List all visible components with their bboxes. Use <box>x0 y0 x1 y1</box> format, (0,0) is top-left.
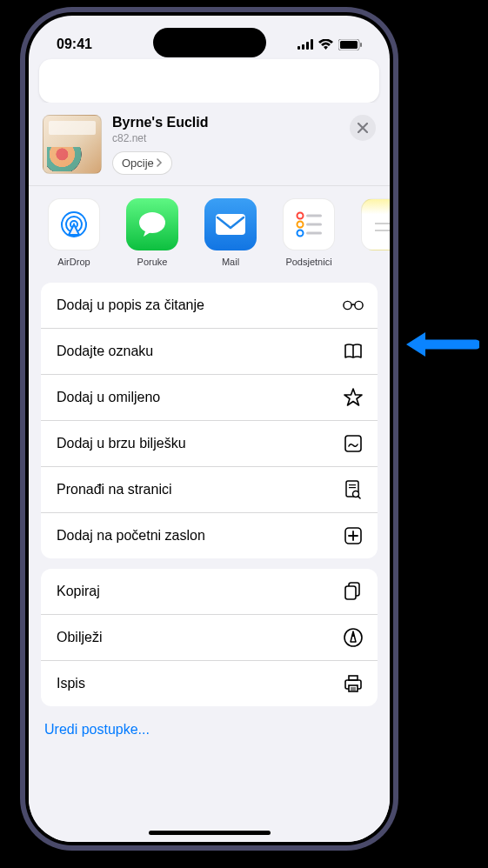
action-markup[interactable]: Obilježi <box>41 615 378 661</box>
action-label: Dodaj u brzu bilješku <box>57 436 186 451</box>
phone-bezel: 09:41 Byrne <box>25 12 393 845</box>
share-app-reminders[interactable]: Podsjetnici <box>279 198 338 267</box>
svg-point-14 <box>297 230 304 237</box>
copy-icon <box>343 581 364 602</box>
options-label: Opcije <box>122 157 154 170</box>
markup-icon <box>343 627 364 648</box>
close-button[interactable] <box>350 115 376 141</box>
svg-point-10 <box>139 212 165 233</box>
svg-rect-25 <box>349 487 356 488</box>
annotation-arrow <box>403 330 479 359</box>
notes-icon <box>361 198 390 250</box>
action-add-home-screen[interactable]: Dodaj na početni zaslon <box>41 513 378 558</box>
action-find-on-page[interactable]: Pronađi na stranici <box>41 467 378 513</box>
share-app-mail[interactable]: Mail <box>201 198 260 267</box>
actions-scroll[interactable]: Dodaj u popis za čitanje Dodajte oznaku <box>29 279 390 842</box>
share-sheet: Byrne's Euclid c82.net Opcije <box>29 103 390 842</box>
app-label: Poruke <box>137 257 168 267</box>
svg-rect-18 <box>375 223 390 224</box>
svg-rect-11 <box>216 214 245 235</box>
battery-icon <box>338 39 362 50</box>
action-copy[interactable]: Kopiraj <box>41 569 378 615</box>
book-icon <box>343 341 364 362</box>
action-add-reading-list[interactable]: Dodaj u popis za čitanje <box>41 283 378 329</box>
svg-line-27 <box>358 497 361 499</box>
quicknote-icon <box>343 433 364 454</box>
action-add-quick-note[interactable]: Dodaj u brzu bilješku <box>41 421 378 467</box>
find-icon <box>343 479 364 500</box>
page-thumbnail <box>43 115 102 174</box>
action-add-favorite[interactable]: Dodaj u omiljeno <box>41 375 378 421</box>
edit-actions-link[interactable]: Uredi postupke... <box>29 717 390 755</box>
svg-rect-15 <box>306 215 322 217</box>
action-label: Dodaj u popis za čitanje <box>57 297 204 313</box>
print-icon <box>343 673 364 694</box>
share-apps-row[interactable]: AirDrop Poruke Mail <box>29 186 390 279</box>
page-domain: c82.net <box>112 132 339 144</box>
share-app-notes[interactable] <box>358 198 390 267</box>
svg-rect-16 <box>306 224 322 226</box>
addhome-icon <box>343 525 364 546</box>
action-label: Dodaj na početni zaslon <box>57 528 205 544</box>
action-label: Kopiraj <box>57 584 100 599</box>
action-label: Dodajte oznaku <box>57 344 153 359</box>
options-button[interactable]: Opcije <box>112 151 172 175</box>
svg-point-13 <box>297 222 304 228</box>
svg-point-20 <box>344 301 351 309</box>
mail-icon <box>204 198 257 250</box>
svg-rect-2 <box>306 42 309 50</box>
svg-rect-32 <box>345 586 356 599</box>
action-add-bookmark[interactable]: Dodajte oznaku <box>41 329 378 375</box>
cellular-signal-icon <box>297 39 313 50</box>
airdrop-icon <box>48 198 100 250</box>
action-print[interactable]: Ispis <box>41 661 378 706</box>
app-label: Mail <box>222 257 239 267</box>
chevron-right-icon <box>156 157 163 170</box>
app-label: Podsjetnici <box>285 257 331 267</box>
share-app-airdrop[interactable]: AirDrop <box>44 198 104 267</box>
svg-point-12 <box>297 213 304 219</box>
messages-icon <box>126 198 178 250</box>
action-label: Pronađi na stranici <box>57 482 172 497</box>
phone-frame: 09:41 Byrne <box>20 7 398 851</box>
svg-point-21 <box>355 301 363 309</box>
app-label: AirDrop <box>57 257 90 267</box>
svg-rect-6 <box>360 43 362 47</box>
background-tab <box>39 59 379 103</box>
svg-rect-1 <box>302 44 304 50</box>
svg-rect-19 <box>375 230 390 231</box>
header-text: Byrne's Euclid c82.net Opcije <box>112 115 339 175</box>
action-label: Ispis <box>57 676 85 691</box>
screen: 09:41 Byrne <box>29 16 390 842</box>
star-icon <box>343 387 364 408</box>
reminders-icon <box>283 198 335 250</box>
status-icons <box>297 39 362 50</box>
action-group-2: Kopiraj Obilježi Ispis <box>41 569 378 706</box>
svg-rect-3 <box>311 39 313 50</box>
action-label: Dodaj u omiljeno <box>57 390 160 405</box>
svg-rect-38 <box>351 690 356 691</box>
svg-rect-24 <box>349 484 356 485</box>
dynamic-island <box>153 28 266 57</box>
svg-rect-22 <box>345 436 361 451</box>
close-icon <box>358 123 368 133</box>
svg-rect-37 <box>351 688 356 689</box>
svg-rect-35 <box>349 676 358 680</box>
action-group-1: Dodaj u popis za čitanje Dodajte oznaku <box>41 283 378 558</box>
action-label: Obilježi <box>57 630 102 645</box>
share-sheet-header: Byrne's Euclid c82.net Opcije <box>29 103 390 186</box>
share-app-messages[interactable]: Poruke <box>123 198 182 267</box>
wifi-icon <box>318 39 333 50</box>
svg-rect-17 <box>306 232 322 235</box>
home-indicator[interactable] <box>149 831 271 835</box>
page-title: Byrne's Euclid <box>112 115 339 130</box>
svg-rect-5 <box>340 41 358 49</box>
glasses-icon <box>343 295 364 316</box>
status-time: 09:41 <box>57 37 92 52</box>
svg-rect-0 <box>297 46 300 50</box>
